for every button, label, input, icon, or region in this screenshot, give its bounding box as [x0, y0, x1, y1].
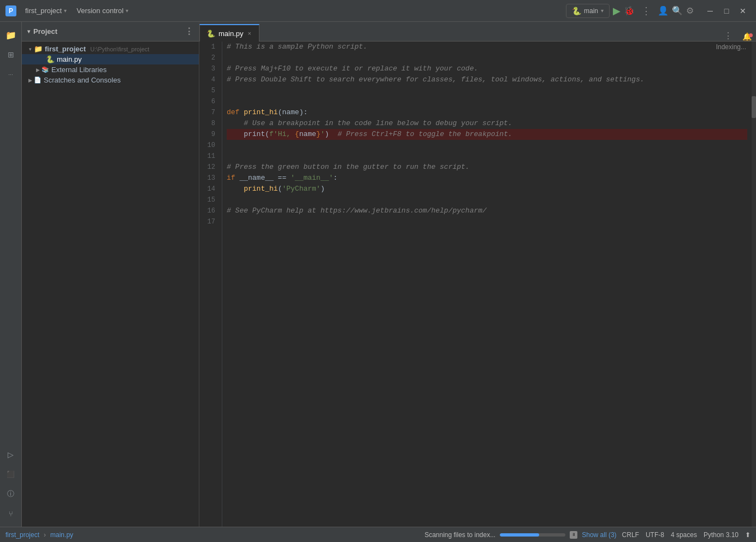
- tree-item-scratches[interactable]: ▶ 📄 Scratches and Consoles: [22, 75, 199, 85]
- maximize-button[interactable]: □: [719, 3, 734, 19]
- code-editor: 1 2 3 4 5 6 7 8 9 10 11 12 13 14 15 16 1…: [199, 42, 756, 527]
- tree-path: U:\Python\first_project: [90, 46, 149, 52]
- code-line-2: [227, 52, 747, 63]
- code-line-8: # Use a breakpoint in the code line belo…: [227, 118, 747, 129]
- sidebar-item-problems[interactable]: ⓘ: [2, 485, 20, 503]
- statusbar-arrow: ›: [44, 531, 46, 539]
- statusbar-left: first_project › main.py: [5, 531, 73, 539]
- code-line-15: [227, 195, 747, 205]
- tree-label-scratches: Scratches and Consoles: [44, 76, 121, 84]
- version-control-label: Version control: [76, 7, 123, 15]
- statusbar-encoding[interactable]: UTF-8: [646, 531, 664, 539]
- line-num-17: 17: [199, 216, 217, 227]
- indexing-progress-bar: [500, 533, 565, 537]
- sidebar-item-structure[interactable]: ⊞: [2, 46, 20, 63]
- sidebar-item-project[interactable]: 📁: [2, 26, 20, 44]
- sidebar-icons: 📁 ⊞ ··· ▷ ⬛ ⓘ ⑂: [0, 22, 22, 527]
- line-num-9: 9: [199, 129, 217, 140]
- code-content[interactable]: Indexing... # This is a sample Python sc…: [222, 42, 752, 527]
- code-line-17: [227, 216, 747, 227]
- code-line-5: [227, 85, 747, 96]
- tree-label-external-libs: External Libraries: [51, 66, 107, 74]
- line-numbers: 1 2 3 4 5 6 7 8 9 10 11 12 13 14 15 16 1…: [199, 42, 222, 527]
- statusbar-file-link[interactable]: main.py: [50, 531, 73, 539]
- indexing-pause-button[interactable]: ⏸: [570, 531, 577, 539]
- run-button[interactable]: ▶: [613, 5, 621, 17]
- tree-item-first-project-root[interactable]: ▾ 📁 first_project U:\Python\first_projec…: [22, 44, 199, 54]
- minimap-thumb: [752, 96, 756, 118]
- version-control-menu-item[interactable]: Version control ▾: [72, 4, 133, 17]
- minimize-button[interactable]: ─: [702, 3, 718, 19]
- statusbar-indexing: Scanning files to index... ⏸ Show all (3…: [424, 531, 616, 539]
- editor-area: 🐍 main.py × ⋮ 🔔 1 2 3 4 5 6 7 8: [199, 22, 756, 527]
- settings-icon[interactable]: ⚙: [686, 5, 694, 16]
- tab-main-py[interactable]: 🐍 main.py ×: [199, 24, 259, 42]
- app-icon: P: [5, 5, 16, 16]
- notification-dot: [749, 33, 753, 37]
- project-panel-header[interactable]: ▾ Project ⋮: [22, 22, 199, 42]
- code-line-11: [227, 151, 747, 162]
- statusbar-git-icon[interactable]: ⬆: [745, 531, 751, 539]
- sidebar-bottom-icons: ▷ ⬛ ⓘ ⑂: [2, 446, 20, 522]
- statusbar-crlf[interactable]: CRLF: [622, 531, 639, 539]
- line-num-16: 16: [199, 205, 217, 216]
- main-layout: 📁 ⊞ ··· ▷ ⬛ ⓘ ⑂ ▾ Project ⋮: [0, 22, 756, 527]
- account-icon[interactable]: 👤: [658, 5, 669, 16]
- tabs-more-button[interactable]: ⋮: [718, 31, 738, 41]
- statusbar-python-version[interactable]: Python 3.10: [704, 531, 739, 539]
- code-line-7: def print_hi(name):: [227, 107, 747, 118]
- project-chevron: ▾: [64, 8, 67, 14]
- branch-label: main: [584, 7, 598, 15]
- debug-button[interactable]: 🐞: [624, 5, 635, 16]
- tree-arrow-scratches-icon: ▶: [26, 78, 34, 83]
- indexing-progress-fill: [500, 533, 539, 537]
- tab-python-icon: 🐍: [206, 30, 215, 38]
- statusbar-spaces[interactable]: 4 spaces: [671, 531, 697, 539]
- branch-chevron: ▾: [601, 8, 604, 14]
- project-header-more-icon[interactable]: ⋮: [185, 26, 193, 37]
- project-panel: ▾ Project ⋮ ▾ 📁 first_project U:\Python\…: [22, 22, 199, 527]
- tree-item-external-libs[interactable]: ▶ 📚 External Libraries: [22, 64, 199, 75]
- ext-libs-icon: 📚: [42, 66, 49, 73]
- code-line-12: # Press the green button in the gutter t…: [227, 162, 747, 173]
- close-button[interactable]: ✕: [735, 3, 751, 19]
- more-tools-icon: ···: [8, 72, 13, 78]
- more-options-button[interactable]: ⋮: [638, 5, 654, 17]
- titlebar-menu: first_project ▾ Version control ▾: [21, 4, 133, 17]
- window-controls: ─ □ ✕: [702, 3, 751, 19]
- sidebar-item-git[interactable]: ⑂: [2, 505, 20, 522]
- line-num-4: 4: [199, 74, 217, 85]
- sidebar-item-terminal[interactable]: ⬛: [2, 466, 20, 483]
- code-line-13: if __name__ == '__main__':: [227, 173, 747, 184]
- tree-arrow-ext-icon: ▶: [34, 67, 42, 73]
- code-line-14: print_hi('PyCharm'): [227, 184, 747, 195]
- show-all-button[interactable]: Show all (3): [582, 531, 616, 539]
- terminal-icon: ⬛: [7, 470, 15, 478]
- project-menu-item[interactable]: first_project ▾: [21, 4, 71, 17]
- code-line-10: [227, 140, 747, 151]
- tab-close-button[interactable]: ×: [247, 30, 252, 37]
- line-num-11: 11: [199, 151, 217, 162]
- sidebar-item-more[interactable]: ···: [2, 66, 20, 83]
- notifications-bell[interactable]: 🔔: [738, 32, 756, 41]
- code-line-4: # Press Double Shift to search everywher…: [227, 74, 747, 85]
- sidebar-item-run-configs[interactable]: ▷: [2, 446, 20, 463]
- branch-button[interactable]: 🐍 main ▾: [566, 4, 610, 18]
- run-configs-icon: ▷: [8, 450, 14, 459]
- tree-item-main-py[interactable]: ▶ 🐍 main.py: [22, 54, 199, 64]
- tree-arrow-icon: ▾: [26, 46, 34, 52]
- code-line-3: # Press Maj+F10 to execute it or replace…: [227, 63, 747, 74]
- project-name-label: first_project: [25, 7, 62, 15]
- code-line-6: [227, 96, 747, 107]
- line-num-13: 13: [199, 173, 217, 184]
- problems-icon: ⓘ: [7, 489, 14, 499]
- folder-icon: 📁: [34, 45, 43, 53]
- indexing-label: Indexing...: [716, 42, 746, 52]
- titlebar: P first_project ▾ Version control ▾ 🐍 ma…: [0, 0, 756, 22]
- search-icon[interactable]: 🔍: [672, 5, 683, 16]
- titlebar-right: 🐍 main ▾ ▶ 🐞 ⋮ 👤 🔍 ⚙ ─ □ ✕: [566, 3, 751, 19]
- file-tree: ▾ 📁 first_project U:\Python\first_projec…: [22, 42, 199, 527]
- statusbar-project-link[interactable]: first_project: [5, 531, 39, 539]
- line-num-2: 2: [199, 52, 217, 63]
- line-num-14: 14: [199, 184, 217, 195]
